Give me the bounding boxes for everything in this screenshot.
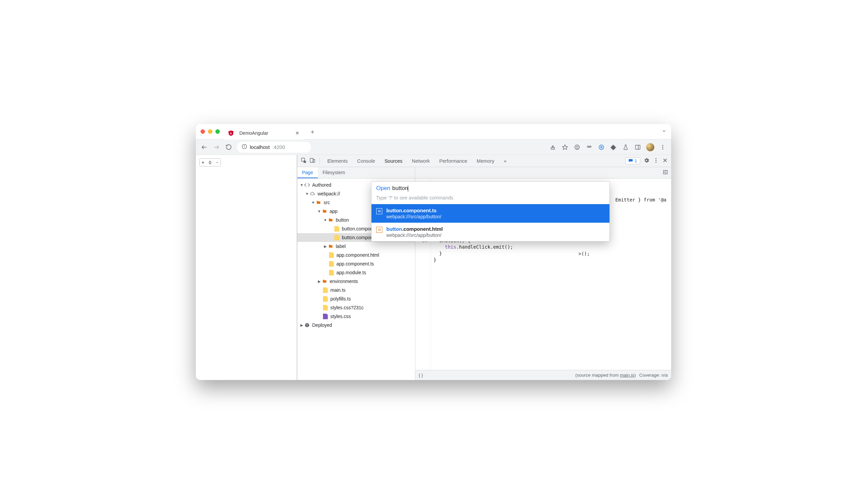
svg-point-14: [590, 146, 591, 147]
palette-result-1[interactable]: ⧉ button.component.ts webpack:///src/app…: [372, 204, 609, 223]
tree-deployed: Deployed: [312, 322, 332, 328]
issues-chip[interactable]: 1: [625, 157, 640, 164]
svg-point-29: [656, 160, 657, 161]
tree-env: environments: [330, 278, 358, 284]
folder-icon: [328, 217, 334, 223]
palette-query: button: [392, 185, 408, 191]
extension-icon-3[interactable]: [598, 143, 605, 151]
code-fragment-tail: >();: [578, 251, 658, 257]
svg-point-10: [575, 145, 579, 150]
tab-title: DemoAngular: [239, 130, 268, 136]
folder-icon: [315, 199, 322, 206]
address-bar[interactable]: localhost:4200: [237, 142, 311, 153]
mapped-link[interactable]: main.js: [620, 373, 634, 378]
issues-count: 1: [635, 158, 637, 163]
site-info-icon[interactable]: [242, 144, 247, 150]
device-toggle-icon[interactable]: [309, 157, 315, 164]
tree-label: label: [336, 244, 346, 249]
inspect-element-icon[interactable]: [301, 157, 307, 164]
tree-styles-q: styles.css?231c: [330, 305, 364, 310]
toolbar-icons: [549, 143, 666, 151]
maximize-window-button[interactable]: [215, 129, 220, 134]
pretty-print-icon[interactable]: { }: [419, 373, 423, 378]
angular-icon: A: [228, 130, 234, 136]
sources-sidebar-tabs: Page Filesystem: [297, 167, 415, 178]
tree-src: src: [324, 200, 330, 205]
panel-network[interactable]: Network: [408, 156, 433, 166]
tree-authored: Authored: [312, 182, 331, 188]
devtools-close-icon[interactable]: [662, 158, 668, 164]
labs-flask-icon[interactable]: [622, 143, 629, 151]
devtools-settings-icon[interactable]: [643, 157, 650, 164]
counter-value: 0: [206, 160, 214, 165]
sidebar-tab-filesystem[interactable]: Filesystem: [318, 167, 350, 178]
reload-button[interactable]: [225, 143, 232, 151]
url-rest: :4200: [272, 144, 285, 150]
panel-elements[interactable]: Elements: [324, 156, 351, 166]
svg-point-23: [662, 146, 663, 147]
decrement-button[interactable]: -: [214, 159, 221, 166]
address-bar-row: localhost:4200: [196, 140, 671, 155]
svg-point-22: [662, 145, 663, 146]
tree-app-ts: app.component.ts: [336, 261, 374, 266]
svg-point-30: [656, 162, 657, 163]
svg-text:A: A: [230, 131, 232, 135]
tree-app: app: [330, 209, 338, 214]
palette-result-2[interactable]: ⧉ button.component.html webpack:///src/a…: [372, 223, 609, 241]
svg-line-16: [587, 146, 588, 146]
forward-button[interactable]: [213, 143, 220, 151]
palette-prefix: Open: [376, 185, 390, 191]
file-icon: [322, 287, 328, 293]
panel-performance[interactable]: Performance: [436, 156, 471, 166]
share-icon[interactable]: [549, 143, 557, 151]
extension-icon-1[interactable]: [574, 143, 581, 151]
file-icon: [322, 296, 328, 302]
new-tab-button[interactable]: ＋: [308, 128, 318, 136]
code-fragment-top: Emitter } from '@a: [615, 197, 666, 202]
sidebar-tab-page[interactable]: Page: [297, 167, 318, 178]
tree-styles: styles.css: [330, 314, 351, 319]
tab-dropdown-button[interactable]: [662, 129, 666, 134]
panel-overflow-icon[interactable]: »: [500, 156, 510, 166]
increment-button[interactable]: +: [200, 159, 206, 166]
devtools-menu-icon[interactable]: [653, 157, 659, 164]
svg-point-24: [662, 148, 663, 149]
tree-button: button: [336, 217, 349, 223]
folder-icon: [322, 208, 328, 214]
browser-tab[interactable]: A DemoAngular ✕: [224, 127, 303, 140]
bookmark-star-icon[interactable]: [561, 143, 569, 151]
tree-polyfills: polyfills.ts: [330, 296, 351, 302]
svg-point-13: [588, 146, 589, 147]
extensions-puzzle-icon[interactable]: [610, 143, 617, 151]
counter-stepper: + 0 -: [199, 158, 221, 166]
close-tab-button[interactable]: ✕: [295, 130, 299, 136]
side-panel-icon[interactable]: [634, 143, 642, 151]
palette-input[interactable]: Openbutton: [372, 182, 609, 193]
svg-rect-20: [635, 145, 640, 149]
devtools-toolbar: Elements Console Sources Network Perform…: [297, 155, 671, 167]
chrome-menu-icon[interactable]: [659, 143, 666, 151]
toggle-sidebar-icon[interactable]: [662, 169, 668, 176]
open-file-palette: Openbutton Type '?' to see available com…: [371, 181, 610, 242]
url-host: localhost: [250, 144, 270, 150]
extension-icon-2[interactable]: [586, 143, 593, 151]
back-button[interactable]: [201, 143, 208, 151]
deployed-icon: [304, 322, 310, 328]
panel-memory[interactable]: Memory: [473, 156, 497, 166]
panel-sources[interactable]: Sources: [381, 156, 406, 166]
titlebar: A DemoAngular ✕ ＋: [196, 124, 671, 140]
svg-line-17: [591, 146, 592, 146]
minimize-window-button[interactable]: [208, 129, 212, 134]
profile-avatar[interactable]: [646, 143, 654, 151]
status-mapped: (source mapped from main.js): [575, 373, 636, 378]
panel-console[interactable]: Console: [354, 156, 378, 166]
tree-webpack: webpack://: [318, 191, 340, 196]
tree-main-ts: main.ts: [330, 287, 345, 293]
svg-point-11: [576, 146, 577, 147]
file-icon: [334, 234, 340, 241]
close-window-button[interactable]: [201, 129, 205, 134]
svg-rect-26: [310, 158, 313, 162]
file-icon: [328, 252, 334, 258]
devtools-status-bar: { } (source mapped from main.js) Coverag…: [415, 370, 671, 380]
svg-point-19: [601, 146, 602, 148]
